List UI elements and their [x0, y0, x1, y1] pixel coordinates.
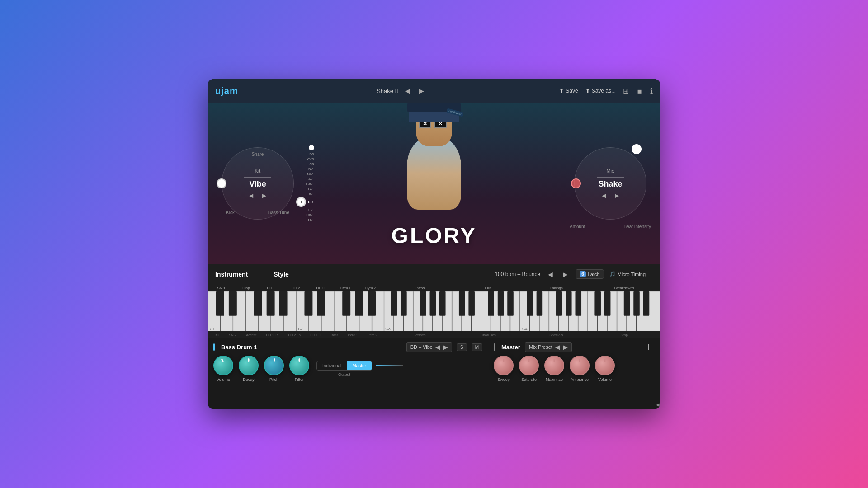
view-icon-button[interactable]: ▣ [636, 87, 643, 95]
svg-rect-61 [488, 291, 494, 316]
top-bar: ujam Shake It ◀ ▶ ⬆ Save ⬆ Save as... ⊞ … [208, 79, 660, 103]
volume-knob-label: Volume [217, 377, 230, 382]
pitch-knob[interactable] [264, 356, 284, 375]
bass-drum-header: Bass Drum 1 BD – Vibe ◀ ▶ S M [213, 342, 482, 352]
info-icon-button[interactable]: ℹ [650, 87, 653, 95]
mix-next-button[interactable]: ▶ [615, 192, 619, 199]
master-title: Master [501, 344, 520, 351]
individual-button[interactable]: Individual [317, 361, 347, 370]
scroll-down-arrow[interactable]: ◀ [656, 402, 660, 407]
sweep-knob[interactable] [494, 356, 514, 375]
maximize-knob-item: Maximize [544, 356, 564, 382]
micro-timing-button[interactable]: 🎵 Micro Timing [609, 271, 646, 277]
master-preset[interactable]: Mix Preset ◀ ▶ [525, 342, 572, 352]
keyboards-row: SN 1 Clap HH 1 HH 2 HH O Cym 1 Cym 2 [208, 284, 660, 338]
save-as-button[interactable]: ⬆ Save as... [585, 88, 616, 94]
latch-button[interactable]: 6 Latch [576, 269, 604, 279]
svg-rect-21 [342, 291, 350, 316]
amount-label: Amount [570, 224, 585, 229]
master-section: Master Mix Preset ◀ ▶ [488, 338, 655, 409]
svg-rect-15 [229, 291, 237, 316]
scale-notes: D0 C#0 C0 B-1 A#-1 A-1 G#-1 G-1 F#-1 F-1… [296, 145, 314, 222]
volume-knob[interactable] [213, 356, 233, 375]
layout-icon-button[interactable]: ⊞ [623, 87, 629, 95]
kit-dial[interactable]: Kit Vibe ◀ ▶ [222, 147, 294, 220]
scrollbar: ◀ [655, 338, 660, 409]
bass-tune-label: Bass Tune [268, 210, 289, 215]
top-knob[interactable] [632, 144, 642, 154]
svg-rect-55 [401, 291, 407, 316]
master-preset-prev[interactable]: ◀ [555, 343, 560, 351]
scale-knob[interactable] [309, 145, 314, 150]
style-piano[interactable]: C3 C4 [384, 291, 660, 331]
filter-knob[interactable] [289, 356, 309, 375]
style-top-labels: Intros Fills Endings Breakdowns [384, 284, 660, 291]
maximize-knob[interactable] [544, 356, 564, 375]
pitch-knob-label: Pitch [269, 377, 278, 382]
mix-prev-button[interactable]: ◀ [602, 192, 606, 199]
bd-preset-next[interactable]: ▶ [443, 343, 448, 351]
master-header: Master Mix Preset ◀ ▶ [494, 342, 649, 352]
mute-button[interactable]: M [472, 343, 482, 351]
active-note-knob[interactable] [296, 197, 306, 207]
svg-rect-73 [643, 291, 650, 316]
bpm-badge: 100 bpm – Bounce [495, 271, 540, 277]
svg-rect-60 [468, 291, 475, 316]
svg-rect-16 [254, 291, 262, 316]
upper-section: Snare Kit Vibe ◀ ▶ Kick Bass Tune D0 [208, 103, 660, 264]
instrument-bottom-labels: BD SN 2 Accent HH 1 Lo HH 2 Lo HH HO Bas… [208, 331, 384, 338]
master-fader-track [580, 347, 649, 347]
master-volume-knob[interactable] [595, 356, 615, 375]
style-keyboard: Intros Fills Endings Breakdowns [384, 284, 660, 338]
save-icon: ⬆ [559, 88, 564, 94]
ambience-knob[interactable] [570, 356, 590, 375]
micro-timing-label: Micro Timing [618, 272, 646, 277]
amount-knob[interactable] [571, 178, 581, 188]
svg-rect-18 [279, 291, 288, 316]
filter-knob-item: Filter [289, 356, 309, 382]
connect-line [376, 365, 403, 366]
mix-dial[interactable]: Mix Shake ◀ ▶ [574, 147, 646, 220]
volume-knob-item: Volume [213, 356, 233, 382]
save-button[interactable]: ⬆ Save [559, 88, 578, 94]
bass-drum-section: Bass Drum 1 BD – Vibe ◀ ▶ S M [208, 338, 488, 409]
ambience-knob-item: Ambience [570, 356, 590, 382]
preset-next-button[interactable]: ▶ [417, 86, 426, 95]
top-actions: ⬆ Save ⬆ Save as... ⊞ ▣ ℹ [559, 87, 653, 95]
solo-button[interactable]: S [457, 343, 467, 351]
svg-rect-66 [556, 291, 562, 316]
svg-rect-56 [420, 291, 426, 316]
decay-knob[interactable] [239, 356, 259, 375]
statue-bust: ✕ ✕ BeatMaker [407, 137, 461, 210]
instrument-top-labels: SN 1 Clap HH 1 HH 2 HH O Cym 1 Cym 2 [208, 284, 384, 291]
svg-rect-54 [391, 291, 397, 316]
bd-preset-prev[interactable]: ◀ [435, 343, 440, 351]
left-controls: Snare Kit Vibe ◀ ▶ Kick Bass Tune [208, 103, 307, 264]
beat-intensity-label: Beat Intensity [623, 224, 651, 229]
bass-drum-preset[interactable]: BD – Vibe ◀ ▶ [406, 342, 452, 352]
svg-rect-65 [537, 291, 543, 316]
style-tab-label: Style [274, 271, 288, 278]
hero-illustration: ✕ ✕ BeatMaker [389, 119, 479, 228]
preset-prev-button[interactable]: ◀ [403, 86, 412, 95]
kit-nav: ◀ ▶ [249, 192, 266, 199]
saturate-knob[interactable] [519, 356, 539, 375]
master-fader-handle[interactable] [648, 344, 649, 350]
svg-rect-58 [439, 291, 446, 316]
shake-value: Shake [598, 179, 622, 189]
left-knob[interactable] [217, 178, 226, 188]
svg-text:C2: C2 [298, 326, 302, 331]
kit-next-button[interactable]: ▶ [262, 192, 266, 199]
style-prev-button[interactable]: ◀ [546, 270, 555, 279]
master-volume-knob-label: Volume [598, 377, 612, 382]
sweep-knob-label: Sweep [497, 377, 510, 382]
saturate-knob-item: Saturate [519, 356, 539, 382]
master-preset-next[interactable]: ▶ [563, 343, 568, 351]
center-section: ✕ ✕ BeatMaker GLORY [307, 103, 561, 264]
kit-prev-button[interactable]: ◀ [249, 192, 253, 199]
instrument-piano[interactable]: C1 C2 [208, 291, 384, 331]
master-volume-knob-item: Volume [595, 356, 615, 382]
style-next-button[interactable]: ▶ [561, 270, 570, 279]
decay-knob-label: Decay [243, 377, 255, 382]
master-toggle-button[interactable]: Master [347, 361, 372, 370]
